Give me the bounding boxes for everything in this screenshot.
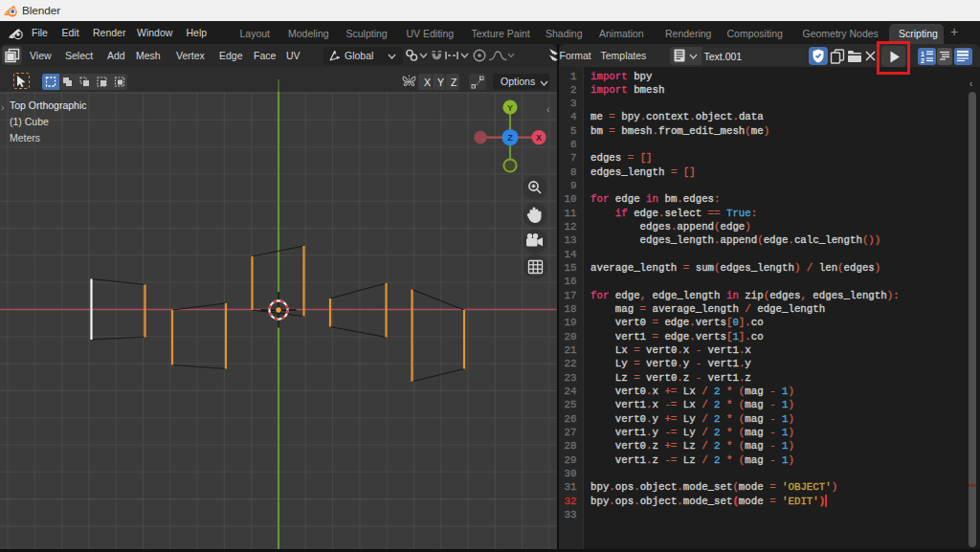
- svg-text:Y: Y: [507, 103, 513, 113]
- svg-text:2: 2: [921, 57, 924, 64]
- svg-text:1: 1: [921, 51, 924, 57]
- svg-text:Z: Z: [507, 133, 513, 143]
- svg-text:X: X: [536, 133, 542, 143]
